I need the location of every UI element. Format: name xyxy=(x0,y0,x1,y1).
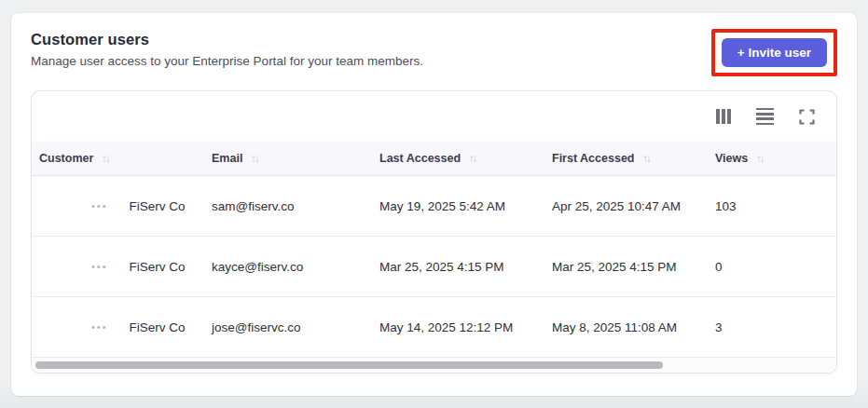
first-accessed-cell: May 8, 2025 11:08 AM xyxy=(544,320,708,334)
column-label: Last Accessed xyxy=(379,152,461,165)
table-row[interactable]: ••• FiServ Co kayce@fiserv.co Mar 25, 20… xyxy=(32,237,836,297)
email-cell: sam@fiserv.co xyxy=(204,199,372,213)
views-cell: 3 xyxy=(708,320,836,334)
email-cell: kayce@fiserv.co xyxy=(204,260,372,274)
views-cell: 103 xyxy=(708,199,836,213)
column-header-email[interactable]: Email ↑↓ xyxy=(204,152,372,165)
sort-icon[interactable]: ↑↓ xyxy=(756,153,764,164)
users-table-card: Customer ↑↓ Email ↑↓ Last Accessed ↑↓ Fi… xyxy=(31,90,837,374)
sort-icon[interactable]: ↑↓ xyxy=(642,153,650,164)
column-header-views[interactable]: Views ↑↓ xyxy=(708,152,836,165)
last-accessed-cell: Mar 25, 2025 4:15 PM xyxy=(372,260,544,274)
table-row[interactable]: ••• FiServ Co jose@fiservc.co May 14, 20… xyxy=(32,297,836,358)
column-header-first-accessed[interactable]: First Accessed ↑↓ xyxy=(544,152,708,165)
customer-name: FiServ Co xyxy=(130,199,186,213)
sort-icon[interactable]: ↑↓ xyxy=(251,153,258,164)
horizontal-scrollbar-thumb[interactable] xyxy=(35,361,663,369)
row-menu-icon[interactable]: ••• xyxy=(91,262,108,272)
sort-icon[interactable]: ↑↓ xyxy=(469,153,476,164)
column-label: Views xyxy=(715,152,748,165)
column-header-customer[interactable]: Customer ↑↓ xyxy=(32,152,204,165)
title-block: Customer users Manage user access to you… xyxy=(31,31,423,68)
invite-user-button[interactable]: + Invite user xyxy=(722,38,827,67)
table-toolbar xyxy=(32,91,836,142)
customer-name: FiServ Co xyxy=(130,260,186,274)
page-title: Customer users xyxy=(31,31,423,48)
density-icon[interactable] xyxy=(756,108,774,126)
fullscreen-icon[interactable] xyxy=(799,109,815,125)
column-label: First Accessed xyxy=(552,152,634,165)
first-accessed-cell: Apr 25, 2025 10:47 AM xyxy=(544,199,708,213)
customer-cell: ••• FiServ Co xyxy=(32,260,204,274)
sort-icon[interactable]: ↑↓ xyxy=(102,153,109,164)
customer-cell: ••• FiServ Co xyxy=(32,320,204,334)
annotation-highlight-box: + Invite user xyxy=(711,29,837,76)
column-label: Customer xyxy=(39,152,93,165)
card-header: Customer users Manage user access to you… xyxy=(31,31,837,76)
customer-name: FiServ Co xyxy=(130,320,186,334)
columns-icon[interactable] xyxy=(716,109,731,124)
row-menu-icon[interactable]: ••• xyxy=(91,322,108,333)
row-menu-icon[interactable]: ••• xyxy=(91,201,108,211)
column-header-last-accessed[interactable]: Last Accessed ↑↓ xyxy=(372,152,544,165)
last-accessed-cell: May 19, 2025 5:42 AM xyxy=(372,199,544,213)
horizontal-scrollbar-track[interactable] xyxy=(32,358,836,373)
table-header-row: Customer ↑↓ Email ↑↓ Last Accessed ↑↓ Fi… xyxy=(32,142,836,176)
customer-users-card: Customer users Manage user access to you… xyxy=(11,13,857,396)
email-cell: jose@fiservc.co xyxy=(204,320,372,334)
table-row[interactable]: ••• FiServ Co sam@fiserv.co May 19, 2025… xyxy=(32,176,836,237)
last-accessed-cell: May 14, 2025 12:12 PM xyxy=(372,320,544,334)
column-label: Email xyxy=(212,152,242,165)
page-subtitle: Manage user access to your Enterprise Po… xyxy=(31,54,423,68)
customer-cell: ••• FiServ Co xyxy=(32,199,204,213)
first-accessed-cell: Mar 25, 2025 4:15 PM xyxy=(544,260,708,274)
views-cell: 0 xyxy=(708,260,836,274)
